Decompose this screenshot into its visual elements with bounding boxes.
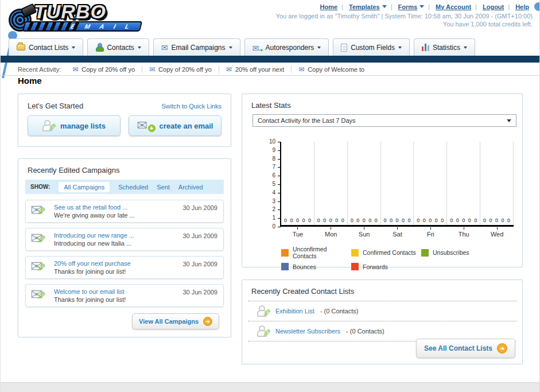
recent-activity-item[interactable]: ✉ Copy of 20% off yo (149, 66, 219, 73)
contact-lists-title: Recently Created Contact Lists (242, 280, 522, 301)
recent-activity-bar: Recent Activity: ✉ Copy of 20% off yo ✉ … (1, 63, 539, 76)
filter-sent[interactable]: Sent (157, 184, 170, 191)
campaign-subtitle: Thanks for joining our list! (54, 268, 131, 275)
see-all-contact-lists-button[interactable]: See All Contact Lists (416, 339, 515, 358)
y-tick-label: 8 (272, 156, 275, 162)
header-link-home[interactable]: Home (320, 3, 338, 10)
y-tick-label: 2 (272, 206, 275, 212)
y-tick (278, 201, 281, 202)
header-link-my-account[interactable]: My Account (436, 3, 471, 10)
chart-day-column: 0 0 0 0 0 (348, 142, 381, 225)
envelope-pencil-icon (30, 260, 49, 275)
legend-swatch (281, 263, 289, 270)
contact-list-link[interactable]: Exhibition List (275, 308, 314, 315)
campaign-subtitle: Thanks for joining our list! (54, 296, 126, 303)
filter-all-campaigns[interactable]: All Campaigns (59, 182, 110, 192)
legend-label: Bounces (293, 263, 316, 270)
arrow-right-icon (497, 343, 507, 354)
value-labels: 0 0 0 0 0 (480, 218, 513, 223)
recent-activity-label: Recent Activity: (18, 66, 61, 73)
person-pencil-icon: ✎ (257, 305, 270, 317)
tab-email-campaigns[interactable]: ✉ Email Campaigns (153, 38, 240, 56)
filter-archived[interactable]: Archived (178, 184, 203, 191)
envelope-icon: ✉ (226, 66, 232, 73)
tab-statistics[interactable]: Statistics (414, 38, 475, 56)
legend-item: Bounces (281, 263, 351, 270)
y-tick-label: 9 (272, 147, 275, 153)
chevron-down-icon (464, 46, 467, 51)
contact-list-link[interactable]: Newsletter Subscribers (275, 328, 340, 335)
tab-label: Custom Fields (351, 44, 395, 52)
campaign-title-link[interactable]: See us at the retail food ... (54, 204, 135, 211)
envelope-icon: ✉ (161, 44, 168, 52)
envelope-icon: ✉ (149, 66, 155, 73)
y-tick-label: 6 (272, 172, 275, 178)
pencil-icon: ✎ (263, 328, 271, 338)
y-tick (278, 218, 281, 219)
plot-area: 0 0 0 0 00 0 0 0 00 0 0 0 00 0 0 0 00 0 … (280, 142, 514, 227)
turbo-email-logo[interactable]: TURBO E M A I L (4, 2, 150, 35)
latest-stats-panel: Latest Stats Contact Activity for the La… (242, 94, 523, 267)
legend-label: Unsubscribes (433, 249, 469, 256)
logo-email-bar: E M A I L (22, 21, 142, 32)
get-started-title: Let's Get Started (28, 102, 83, 110)
recent-activity-item[interactable]: ✉ Copy of 20% off yo (72, 66, 142, 73)
chevron-down-icon (229, 46, 232, 51)
tab-contact-lists[interactable]: Contact Lists (9, 38, 83, 56)
recent-activity-item[interactable]: ✉ Copy of Welcome to (298, 66, 371, 73)
envelope-pencil-icon (30, 232, 49, 247)
stats-period-dropdown[interactable]: Contact Activity for the Last 7 Days (252, 114, 516, 127)
y-tick (278, 159, 281, 160)
y-tick-label: 1 (272, 215, 275, 221)
filter-scheduled[interactable]: Scheduled (118, 184, 148, 191)
y-tick-label: 5 (272, 181, 275, 187)
header-link-forms[interactable]: Forms (398, 3, 418, 10)
campaign-title-link[interactable]: Welcome to our email list (54, 288, 126, 295)
page-title: Home (18, 76, 42, 86)
campaign-title-link[interactable]: Introducing our new range ... (54, 232, 134, 239)
chart-day-column: 0 0 0 0 0 (381, 142, 414, 225)
y-tick-label: 3 (272, 198, 275, 204)
legend-label: Forwards (363, 263, 388, 270)
view-all-campaigns-button[interactable]: View All Campaigns (132, 313, 219, 329)
header-link-logout[interactable]: Logout (483, 3, 504, 10)
bar-chart-icon (422, 44, 429, 51)
autoresponder-icon (252, 44, 262, 52)
legend-item: Forwards (351, 263, 421, 270)
chevron-down-icon (317, 46, 321, 51)
chevron-down-icon (72, 46, 75, 51)
show-label: SHOW: (30, 184, 50, 190)
campaign-filter-bar: SHOW: All Campaigns Scheduled Sent Archi… (25, 180, 224, 194)
recent-activity-item[interactable]: ✉ 20% off your next (226, 66, 292, 73)
contact-list-count: - (0 Contacts) (320, 308, 359, 315)
y-tick (278, 209, 281, 210)
header-link-help[interactable]: Help (515, 3, 529, 10)
legend-item: Confirmed Contacts (351, 246, 421, 259)
campaign-title-link[interactable]: 20% off your next purchase (54, 260, 131, 267)
campaign-date: 30 Jun 2009 (182, 261, 217, 267)
y-tick (278, 176, 281, 176)
value-labels: 0 0 0 0 0 (447, 218, 480, 223)
get-started-panel: Let's Get Started Switch to Quick Links … (18, 94, 231, 147)
chart-day-column: 0 0 0 0 0 (314, 142, 348, 225)
contact-lists-icon (17, 44, 25, 51)
manage-lists-button[interactable]: ✎ manage lists (28, 115, 121, 136)
switch-quick-links[interactable]: Switch to Quick Links (161, 103, 222, 110)
person-icon (95, 43, 103, 52)
campaign-row[interactable]: See us at the retail food ... We're givi… (25, 200, 224, 223)
chart-day-column: 0 0 0 0 0 (281, 142, 314, 225)
header-link-templates[interactable]: Templates (349, 3, 380, 10)
value-labels: 0 0 0 0 0 (348, 218, 380, 223)
campaign-row[interactable]: Welcome to our email list Thanks for joi… (25, 284, 224, 307)
tab-autoresponders[interactable]: Autoresponders (244, 38, 329, 56)
tab-contacts[interactable]: Contacts (87, 38, 149, 56)
legend-swatch (351, 249, 359, 257)
tab-custom-fields[interactable]: Custom Fields (333, 38, 410, 56)
campaign-subtitle: We're giving away our late ... (54, 212, 135, 219)
campaign-row[interactable]: 20% off your next purchase Thanks for jo… (25, 256, 224, 279)
create-email-button[interactable]: + create an email (129, 115, 222, 136)
campaign-row[interactable]: Introducing our new range ... Introducin… (25, 228, 224, 251)
chevron-down-icon (419, 5, 424, 10)
y-axis: 109876543210 (266, 142, 280, 228)
legend-swatch (351, 263, 359, 270)
